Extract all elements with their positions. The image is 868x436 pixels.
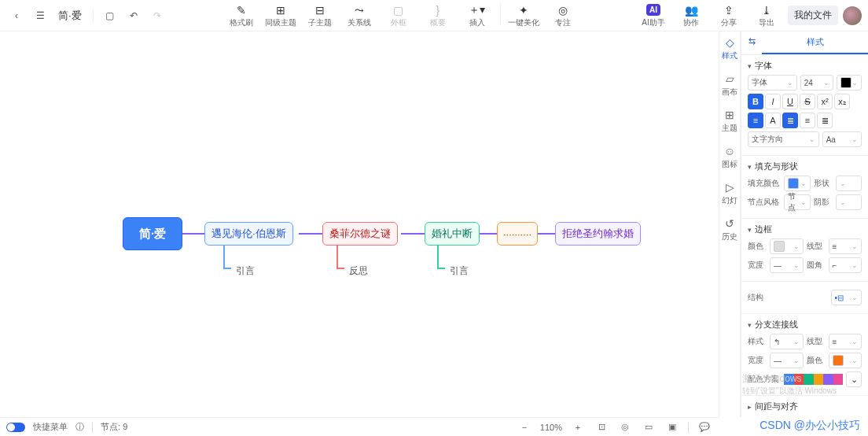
section-fill-shape: 填充与形状 填充颜色 形状 节点风格 节点 阴影	[741, 156, 868, 219]
branch-linetype-select[interactable]: ≡	[829, 334, 862, 349]
fit-button[interactable]: ⊡	[594, 419, 609, 435]
tool-export[interactable]: ⤓导出	[750, 3, 783, 28]
node-1[interactable]: 遇见海伦·伯恩斯	[204, 222, 293, 246]
locate-button[interactable]: ◎	[617, 419, 633, 435]
node-root[interactable]: 简·爱	[123, 217, 182, 250]
font-family-select[interactable]: 字体	[748, 75, 797, 91]
section-structure: 结构 •⊟	[741, 282, 868, 314]
side-tab-icons[interactable]: ☺图标	[722, 145, 737, 170]
zoom-out-button[interactable]: −	[517, 419, 532, 435]
shadow-select[interactable]	[836, 194, 862, 210]
font-size-select[interactable]: 24	[800, 75, 833, 91]
align-left-button[interactable]: ≡	[748, 113, 763, 128]
tool-summary[interactable]: }概要	[421, 3, 454, 28]
color-palette[interactable]	[784, 374, 843, 385]
side-tab-style[interactable]: ◇样式	[722, 36, 737, 61]
bold-button[interactable]: B	[748, 94, 763, 109]
save-button[interactable]: ▢	[100, 6, 120, 26]
italic-button[interactable]: I	[765, 94, 781, 109]
panel-tab-style[interactable]: 样式	[762, 31, 868, 54]
section-branch: 分支连接线 样式 ↰ 线型 ≡ 宽度 — 颜色 配色方案 ⌄	[741, 314, 868, 396]
panel-tab-collapse[interactable]: ⇆	[741, 31, 762, 54]
bottom-bar: 快捷菜单 ⓘ 节点: 9 − 110% + ⊡ ◎ ▭ ▣ 💬	[0, 417, 719, 436]
section-border: 边框 颜色 线型 ≡ 宽度 — 圆角 ⌐	[741, 219, 868, 282]
text-direction-select[interactable]: 文字方向	[748, 131, 819, 147]
structure-select[interactable]: •⊟	[831, 290, 862, 305]
tool-relation[interactable]: ⤳关系线	[343, 3, 376, 28]
toolbar-right: AIAI助手 👥协作 ⇪分享 ⤓导出 我的文件	[637, 3, 862, 28]
tool-peer-topic[interactable]: ⊞同级主题	[264, 3, 297, 28]
font-color-select[interactable]	[837, 75, 862, 91]
panel-tabs: ⇆ 样式	[741, 31, 868, 55]
tool-outer-frame[interactable]: ▢外框	[382, 3, 415, 28]
tool-ai-assistant[interactable]: AIAI助手	[637, 3, 670, 28]
user-avatar[interactable]	[843, 6, 862, 25]
text-case-select[interactable]: Aa	[822, 131, 862, 147]
border-width-select[interactable]: —	[770, 257, 804, 273]
fill-color-select[interactable]	[784, 176, 811, 191]
zoom-value[interactable]: 110%	[540, 423, 562, 432]
node-3[interactable]: 婚礼中断	[425, 222, 480, 246]
zoom-in-button[interactable]: +	[570, 419, 586, 435]
my-files-button[interactable]: 我的文件	[788, 6, 838, 25]
tool-share[interactable]: ⇪分享	[712, 3, 745, 28]
align-right-button[interactable]: ≡	[800, 113, 815, 128]
view-mode-button[interactable]: ▭	[641, 419, 657, 435]
node-2[interactable]: 桑菲尔德之谜	[322, 222, 398, 246]
branch-style-select[interactable]: ↰	[770, 334, 804, 349]
node-5[interactable]: 拒绝圣约翰求婚	[555, 222, 641, 246]
tool-format-painter[interactable]: ✎格式刷	[225, 3, 258, 28]
toolbar-center: ✎格式刷 ⊞同级主题 ⊟子主题 ⤳关系线 ▢外框 }概要 ＋▾插入 ✦一键美化 …	[167, 3, 637, 28]
section-font-title[interactable]: 字体	[748, 60, 862, 72]
border-color-select[interactable]	[770, 238, 804, 254]
underline-button[interactable]: U	[782, 94, 798, 109]
side-tabs: ◇样式 ▱画布 ⊞主题 ☺图标 ▷幻灯 ↺历史	[719, 31, 741, 417]
tool-collab[interactable]: 👥协作	[675, 3, 708, 28]
shape-select[interactable]	[836, 176, 862, 191]
tool-child-topic[interactable]: ⊟子主题	[303, 3, 337, 28]
section-border-title[interactable]: 边框	[748, 224, 862, 235]
present-button[interactable]: ▣	[664, 419, 680, 435]
align-center-button[interactable]: ≣	[782, 113, 798, 128]
side-tab-history[interactable]: ↺历史	[722, 217, 737, 242]
redo-button[interactable]: ↷	[147, 6, 167, 26]
node-1-sub[interactable]: 引言	[236, 264, 255, 278]
section-align: 间距与对齐	[741, 396, 868, 417]
quickmenu-label: 快捷菜单	[33, 421, 68, 433]
back-button[interactable]: ‹	[6, 6, 27, 26]
section-branch-title[interactable]: 分支连接线	[748, 319, 862, 331]
info-icon[interactable]: ⓘ	[75, 421, 84, 433]
branch-width-select[interactable]: —	[770, 353, 804, 368]
side-tab-theme[interactable]: ⊞主题	[722, 109, 737, 134]
node-4[interactable]: ··········	[497, 222, 538, 246]
side-tab-slides[interactable]: ▷幻灯	[722, 181, 737, 206]
menu-button[interactable]: ☰	[30, 6, 50, 26]
node-style-select[interactable]: 节点	[784, 194, 811, 210]
align-justify-button[interactable]: ≣	[817, 113, 833, 128]
tool-insert[interactable]: ＋▾插入	[461, 3, 494, 28]
border-linetype-select[interactable]: ≡	[829, 238, 862, 254]
undo-button[interactable]: ↶	[123, 6, 144, 26]
highlight-button[interactable]: A	[765, 113, 781, 128]
node-3-sub[interactable]: 引言	[450, 264, 469, 278]
palette-more-button[interactable]: ⌄	[846, 371, 862, 387]
section-align-title[interactable]: 间距与对齐	[748, 401, 862, 412]
side-tab-canvas[interactable]: ▱画布	[722, 72, 737, 98]
document-title[interactable]: 简·爱	[53, 9, 86, 23]
border-corner-select[interactable]: ⌐	[829, 257, 862, 273]
branch-color-select[interactable]	[829, 353, 862, 368]
chat-button[interactable]: 💬	[697, 419, 712, 435]
style-panel: ⇆ 样式 字体 字体 24 B I U S x² x₂ ≡ A ≣ ≡ ≣ 文字…	[741, 31, 868, 417]
section-fill-shape-title[interactable]: 填充与形状	[748, 161, 862, 172]
nodes-label: 节点: 9	[101, 421, 127, 433]
mindmap-canvas[interactable]: 简·爱 遇见海伦·伯恩斯 引言 桑菲尔德之谜 反思 婚礼中断 引言 ······…	[0, 31, 719, 417]
strike-button[interactable]: S	[800, 94, 815, 109]
node-2-sub[interactable]: 反思	[349, 264, 368, 278]
tool-beautify[interactable]: ✦一键美化	[507, 3, 540, 28]
subscript-button[interactable]: x₂	[834, 94, 850, 109]
toolbar-left: ‹ ☰ 简·爱 ▢ ↶ ↷	[6, 6, 167, 26]
tool-focus[interactable]: ◎专注	[546, 3, 579, 28]
quickmenu-toggle[interactable]	[6, 423, 25, 432]
superscript-button[interactable]: x²	[817, 94, 833, 109]
csdn-watermark: CSDN @办公小技巧	[760, 419, 860, 433]
